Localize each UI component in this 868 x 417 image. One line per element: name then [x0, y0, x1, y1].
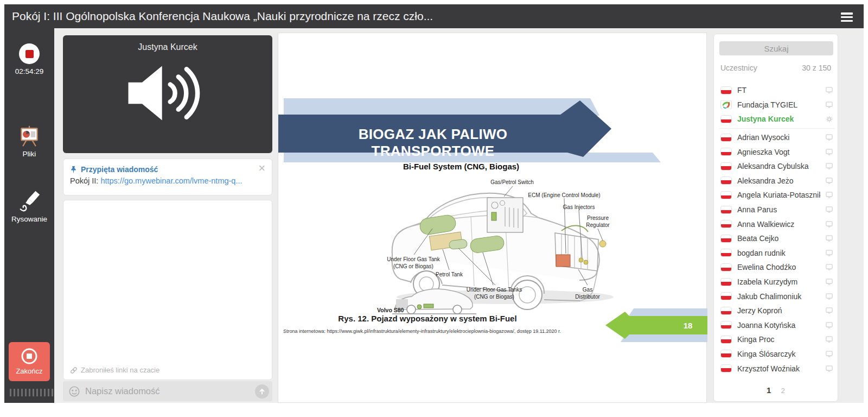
video-panel: Justyna Kurcek	[63, 35, 272, 153]
participant-name: Kinga Proc	[737, 335, 820, 344]
webinar-app: Pokój I: III Ogólnopolska Konferencja Na…	[0, 0, 868, 417]
presentation-slide: BIOGAZ JAK PALIWO TRANSPORTOWE Bi-Fuel S…	[278, 33, 707, 403]
participants-list: FT	[719, 83, 835, 376]
participant-row[interactable]: Jerzy Koproń	[719, 304, 835, 318]
participant-row[interactable]: Kinga Ślósarczyk	[719, 347, 835, 362]
monitor-icon	[826, 307, 833, 314]
hamburger-menu-icon[interactable]	[841, 11, 854, 23]
participant-name: Kinga Ślósarczyk	[737, 350, 820, 358]
diagram-label-tank-left: Under Floor Gas Tank(CNG or Biogas)	[387, 256, 440, 270]
monitor-icon	[826, 365, 833, 372]
poland-flag-icon	[720, 176, 732, 185]
monitor-icon	[826, 102, 833, 108]
poland-flag-icon	[720, 321, 732, 329]
poland-flag-icon	[720, 350, 732, 358]
monitor-icon	[826, 351, 833, 357]
stop-circle-icon	[20, 347, 39, 365]
participant-row[interactable]: Joanna Kotyńska	[719, 318, 835, 333]
diagram-label-model: Volvo S80	[377, 307, 404, 314]
page-1-button[interactable]: 1	[767, 386, 771, 395]
pinned-message-title: Przypięta wiadomość	[81, 165, 158, 174]
recording-stop-button[interactable]	[19, 43, 40, 64]
pin-icon	[70, 166, 77, 173]
participant-name: Izabela Kurzydym	[737, 277, 820, 286]
participant-name: Ewelina Chodźko	[737, 263, 820, 271]
chat-messages-panel: Zabroniłeś linki na czacie	[63, 200, 272, 380]
easel-chart-icon	[18, 125, 41, 148]
list-divider	[719, 128, 835, 129]
diagram-label-switch: Gas/Petrol Switch	[490, 179, 533, 186]
poland-flag-icon	[720, 278, 732, 286]
room-title: Pokój I: III Ogólnopolska Konferencja Na…	[4, 10, 433, 23]
participant-name: Aleksandra Jeżo	[737, 176, 820, 185]
end-session-label: Zakończ	[16, 367, 42, 375]
monitor-icon	[826, 221, 833, 228]
drawing-button[interactable]: Rysowanie	[4, 189, 54, 223]
content-area: 02:54:29 Pliki Rysowanie	[4, 28, 864, 403]
poland-flag-icon	[720, 86, 732, 94]
participant-row[interactable]: FT	[719, 83, 835, 98]
slide-footnote: Strona internetowa: https://www.giwk.pl/…	[283, 328, 561, 334]
participants-label: Uczestnicy	[720, 64, 757, 72]
files-button[interactable]: Pliki	[4, 125, 54, 158]
left-toolbar: 02:54:29 Pliki Rysowanie	[4, 28, 54, 403]
participant-row[interactable]: Beata Cejko	[719, 231, 835, 246]
diagram-label-distributor: GasDistributor	[575, 286, 600, 300]
poland-flag-icon	[720, 249, 732, 257]
monitor-icon	[826, 322, 833, 328]
participant-name: Justyna Kurcek	[737, 115, 820, 123]
participant-row[interactable]: Agnieszka Vogt	[719, 144, 835, 159]
participant-name: Angela Kuriata-Potasznik	[737, 191, 820, 199]
participant-row[interactable]: Fundacja TYGIEL	[719, 98, 835, 112]
speaker-name: Justyna Kurcek	[63, 42, 272, 52]
diagram-label-tanks: Under Floor Gas Tanks(CNG or Biogas)	[467, 286, 522, 300]
monitor-icon	[826, 87, 833, 93]
participant-row[interactable]: Izabela Kurzydym	[719, 275, 835, 289]
participant-row[interactable]: Ewelina Chodźko	[719, 260, 835, 275]
participant-row[interactable]: Angela Kuriata-Potasznik	[719, 188, 835, 203]
pinned-message-card: Przypięta wiadomość × Pokój II: https://…	[63, 159, 272, 195]
end-session-button[interactable]: Zakończ	[9, 342, 50, 381]
poland-flag-icon	[720, 364, 732, 372]
poland-flag-icon	[720, 307, 732, 315]
poland-flag-icon	[720, 263, 732, 271]
monitor-icon	[826, 178, 833, 184]
links-blocked-text: Zabroniłeś linki na czacie	[81, 366, 159, 374]
participant-row[interactable]: Anna Walkiewicz	[719, 217, 835, 231]
audio-level-meter	[10, 389, 53, 396]
chat-input-bar	[63, 381, 272, 401]
chain-link-icon	[70, 367, 78, 374]
chat-message-input[interactable]	[85, 386, 255, 396]
record-square-icon	[25, 50, 34, 58]
participant-row[interactable]: Aleksandra Jeżo	[719, 174, 835, 188]
participant-name: Krzysztof Woźniak	[737, 364, 820, 373]
pinned-message-text: Pokój II: https://go.mywebinar.com/lvme-…	[70, 176, 265, 185]
participant-row[interactable]: Adrian Wysocki	[719, 130, 835, 145]
participant-row[interactable]: Anna Parus	[719, 203, 835, 217]
participants-header: Uczestnicy 30 z 150	[720, 64, 831, 72]
poland-flag-icon	[720, 220, 732, 228]
monitor-icon	[826, 192, 833, 198]
poland-flag-icon	[720, 134, 732, 142]
participant-name: Agnieszka Vogt	[737, 148, 820, 156]
room-link[interactable]: https://go.mywebinar.com/lvme-ntmg-q...	[100, 176, 242, 185]
send-message-button[interactable]	[255, 384, 269, 399]
monitor-icon	[826, 264, 833, 270]
page-2-button[interactable]: 2	[781, 387, 785, 395]
close-icon[interactable]: ×	[258, 162, 265, 174]
participant-row[interactable]: Jakub Chalimoniuk	[719, 289, 835, 304]
search-input[interactable]	[719, 41, 833, 55]
window-title-bar: Pokój I: III Ogólnopolska Konferencja Na…	[4, 4, 864, 28]
gear-icon[interactable]	[826, 116, 833, 123]
monitor-icon	[826, 149, 833, 155]
participant-row[interactable]: bogdan rudnik	[719, 246, 835, 261]
participant-row[interactable]: Justyna Kurcek	[719, 112, 835, 127]
room-link-prefix: Pokój II:	[70, 176, 98, 185]
participant-row[interactable]: Krzysztof Woźniak	[719, 361, 835, 376]
participant-name: Anna Parus	[737, 205, 820, 214]
emoji-icon[interactable]	[68, 386, 80, 397]
poland-flag-icon	[720, 115, 732, 123]
monitor-icon	[826, 134, 833, 141]
participant-row[interactable]: Kinga Proc	[719, 332, 835, 347]
participant-row[interactable]: Aleksandra Cybulska	[719, 159, 835, 174]
